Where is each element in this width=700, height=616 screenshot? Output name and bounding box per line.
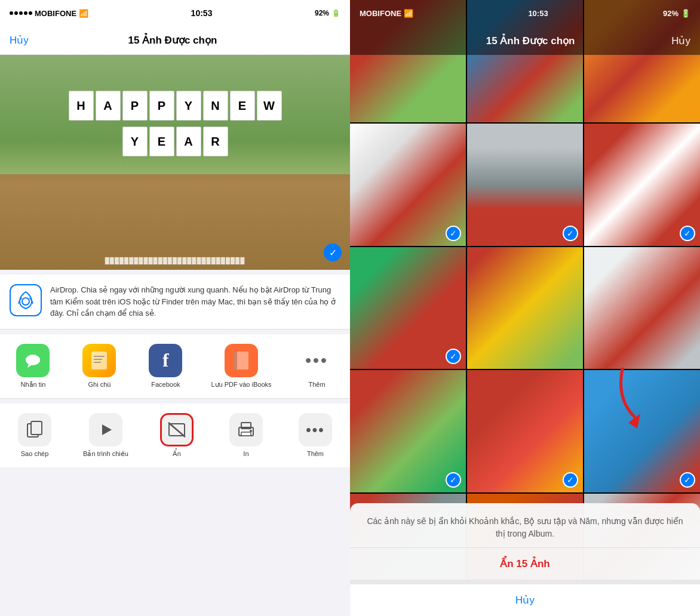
grid-cell-bg-9 [584,247,700,369]
action-slideshow[interactable]: Bản trình chiếu [83,413,128,458]
action-copy[interactable]: Sao chép [14,413,56,457]
sign-W: W [257,91,282,121]
right-cancel-button[interactable]: Hủy [671,35,690,47]
grid-cell-8[interactable] [467,247,583,369]
share-ibooks[interactable]: Lưu PDF vào iBooks [211,344,271,389]
photo-image: H A P P Y N E W Y E A R ████████████████… [0,55,350,270]
action-hide[interactable]: Ẩn [156,413,198,458]
right-time: 10:53 [528,9,548,18]
messages-icon [16,344,50,377]
left-status-right: 92% 🔋 [315,9,340,17]
share-more[interactable]: ••• Thêm [296,344,338,388]
grid-cell-10[interactable]: ✓ [350,370,466,492]
photo-checkmark[interactable]: ✓ [324,244,342,261]
sign-P2: P [149,91,174,121]
right-battery-pct: 92% [663,9,678,18]
svg-marker-2 [27,364,32,368]
facebook-label: Facebook [151,381,180,388]
sign-row: H A P P Y N E W [0,91,350,121]
grid-cell-9[interactable] [584,247,700,369]
share-notes[interactable]: Ghi chú [78,344,120,388]
slideshow-icon [89,413,122,446]
print-icon [229,413,263,446]
sign-P1: P [122,91,148,121]
action-more-label: Thêm [307,450,324,457]
left-nav-title: 15 Ảnh Được chọn [128,34,217,47]
ibooks-icon [225,344,258,377]
svg-point-17 [250,430,252,432]
right-status-bar: MOBIFONE 📶 10:53 92% 🔋 [350,0,700,26]
left-time: 10:53 [191,8,213,18]
left-photo-preview: H A P P Y N E W Y E A R ████████████████… [0,55,350,270]
svg-rect-3 [91,352,107,369]
left-wifi-icon: 📶 [79,9,88,18]
grid-checkmark-12: ✓ [680,472,695,488]
svg-rect-10 [31,421,42,435]
actions-row: Sao chép Bản trình chiếu Ẩn [0,404,350,467]
share-apps-row: Nhắn tin Ghi chú f Facebook Lưu PDF vào … [0,334,350,399]
right-carrier: MOBIFONE [360,9,401,18]
notes-label: Ghi chú [88,381,110,388]
signal-dot-4 [24,11,27,15]
svg-line-13 [168,423,185,437]
svg-rect-16 [241,432,251,436]
messages-label: Nhắn tin [21,381,46,389]
people-row: █████████████████████████████ [0,174,350,270]
svg-point-1 [26,355,40,365]
left-battery-pct: 92% [315,9,329,17]
left-cancel-button[interactable]: Hủy [10,34,29,47]
grid-cell-4[interactable]: ✓ [350,124,466,246]
grid-cell-bg-8 [467,247,583,369]
left-battery-icon: 🔋 [331,9,340,17]
action-print[interactable]: In [225,413,267,457]
svg-marker-11 [102,424,112,435]
sign-row-2: Y E A R [0,127,350,156]
grid-cell-12[interactable]: ✓ [584,370,700,492]
hide-icon [160,413,194,446]
grid-checkmark-5: ✓ [563,226,578,241]
right-status-left: MOBIFONE 📶 [360,9,413,18]
notes-icon [82,344,116,377]
sign-E: E [230,91,255,121]
alert-overlay: Các ảnh này sẽ bị ẩn khỏi Khoảnh khắc, B… [350,503,700,616]
action-more[interactable]: ••• Thêm [294,413,336,457]
sign-Y2: Y [122,127,148,156]
sign-Y: Y [176,91,201,121]
print-label: In [243,450,248,457]
ibooks-label: Lưu PDF vào iBooks [211,381,271,389]
signal-dot-2 [14,11,18,15]
svg-point-0 [22,298,29,305]
sign-H: H [69,91,94,121]
airdrop-section: AirDrop. Chia sẻ ngay với những người xu… [0,275,350,329]
left-carrier: MOBIFONE [35,9,76,18]
alert-cancel-button[interactable]: Hủy [350,580,700,616]
copy-label: Sao chép [21,450,48,457]
svg-rect-8 [234,352,237,369]
left-panel: MOBIFONE 📶 10:53 92% 🔋 Hủy 15 Ảnh Được c… [0,0,350,616]
sign-A2: A [176,127,201,156]
grid-cell-11[interactable]: ✓ [467,370,583,492]
share-facebook[interactable]: f Facebook [145,344,186,388]
hide-photos-button[interactable]: Ẩn 15 Ảnh [350,547,700,580]
signal-dots [10,11,32,15]
grid-cell-5[interactable]: ✓ [467,124,583,246]
grid-checkmark-6: ✓ [680,226,695,241]
left-status-bar: MOBIFONE 📶 10:53 92% 🔋 [0,0,350,26]
sign-N: N [203,91,228,121]
share-messages[interactable]: Nhắn tin [12,344,54,389]
action-more-icon: ••• [299,413,332,446]
right-nav-title: 15 Ảnh Được chọn [486,35,575,47]
right-panel: ✓✓✓✓✓✓✓✓✓✓ MOBIFONE 📶 10:53 92% 🔋 15 Ảnh… [350,0,700,616]
airdrop-description: AirDrop. Chia sẻ ngay với những người xu… [50,284,340,319]
sign-E2: E [149,127,174,156]
share-more-label: Thêm [308,381,325,388]
airdrop-icon[interactable] [10,284,42,316]
grid-cell-6[interactable]: ✓ [584,124,700,246]
grid-checkmark-11: ✓ [563,472,578,488]
grid-cell-7[interactable]: ✓ [350,247,466,369]
signal-dot-3 [19,11,23,15]
slideshow-label: Bản trình chiếu [83,450,128,458]
signal-dot-5 [29,11,32,15]
signal-dot-1 [10,11,13,15]
sign-R: R [203,127,228,156]
